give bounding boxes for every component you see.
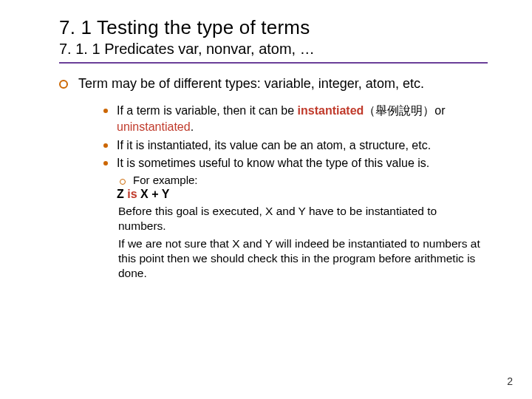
bullet-level1: Term may be of different types: variable… xyxy=(59,75,488,92)
paragraph-2: If we are not sure that X and Y will ind… xyxy=(118,236,488,281)
bullet-dot-icon xyxy=(103,109,108,113)
example-label: For example: xyxy=(133,174,198,186)
bullet-level2: It is sometimes useful to know what the … xyxy=(103,155,488,171)
bullet-dot-icon xyxy=(103,161,108,166)
bullet-dot-icon xyxy=(103,143,108,148)
slide-title: 7. 1 Testing the type of terms xyxy=(59,16,488,39)
t1-hl1: instantiated xyxy=(298,104,364,117)
bullet-circle-icon xyxy=(59,80,68,89)
code-xy: X + Y xyxy=(137,188,170,200)
bullet-level3: For example: xyxy=(120,174,488,186)
t1-hl2: uninstantiated xyxy=(117,120,191,133)
page-number: 2 xyxy=(507,375,513,387)
t1-end: . xyxy=(191,120,194,133)
slide-subtitle: 7. 1. 1 Predicates var, nonvar, atom, … xyxy=(59,41,488,58)
code-z: Z xyxy=(117,188,127,200)
level2-text-3: It is sometimes useful to know what the … xyxy=(117,155,429,171)
t1-pre: If a term is variable, then it can be xyxy=(117,104,298,117)
code-is: is xyxy=(127,188,137,200)
level2-text-1: If a term is variable, then it can be in… xyxy=(117,103,488,134)
t1-mid: （舉例說明）or xyxy=(364,104,445,117)
bullet-level2: If a term is variable, then it can be in… xyxy=(103,103,488,134)
divider xyxy=(59,62,488,64)
bullet-circle-small-icon xyxy=(120,179,126,185)
level1-text: Term may be of different types: variable… xyxy=(78,75,424,92)
paragraph-1: Before this goal is executed, X and Y ha… xyxy=(118,204,488,233)
bullet-level2: If it is instantiated, its value can be … xyxy=(103,137,488,154)
level2-text-2: If it is instantiated, its value can be … xyxy=(117,137,431,154)
level2-group: If a term is variable, then it can be in… xyxy=(103,103,488,281)
code-line: Z is X + Y xyxy=(117,188,488,201)
slide: 7. 1 Testing the type of terms 7. 1. 1 P… xyxy=(0,0,532,399)
